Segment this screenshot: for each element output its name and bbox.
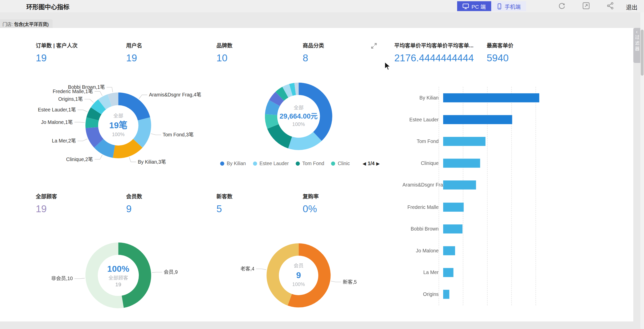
mobile-view-button[interactable]: 手机端 [491, 1, 526, 11]
donut-chart-new-old: 新客,5老客,4 [226, 224, 373, 327]
pc-view-button[interactable]: PC 端 [457, 1, 491, 11]
expand-icon [370, 42, 377, 49]
top-bar: 环形图中心指标 PC 端 手机端 [0, 0, 644, 12]
label-line [129, 157, 136, 162]
slice-callout-label: 非会员,10 [51, 276, 73, 281]
kpi-label: 新客数 [216, 192, 232, 200]
slice-非会员[interactable] [85, 242, 124, 308]
kpi-value: 19 [36, 52, 78, 64]
scrollbar-thumb[interactable] [641, 30, 643, 76]
dashboard: 环形图中心指标 PC 端 手机端 [0, 0, 644, 329]
kpi-label: 订单数 | 客户人次 [36, 41, 78, 49]
bar-category-label: Tom Fond [402, 138, 443, 144]
view-toggle: PC 端 手机端 [457, 1, 526, 11]
bar-Tom Fond[interactable] [443, 137, 486, 146]
bar-By Kilian[interactable] [443, 93, 539, 102]
filter-chip[interactable]: 门店: 包含(太平洋百货) [0, 19, 53, 29]
pc-view-label: PC 端 [472, 2, 486, 10]
bar-Aramis&Dsgnr Frag[interactable] [443, 181, 476, 190]
fullscreen-button[interactable] [582, 2, 590, 11]
slice-会员[interactable] [118, 242, 151, 308]
legend-dot [220, 162, 224, 166]
kpi-label: 品牌数 [216, 41, 232, 49]
bar-category-label: Bobbi Brown [402, 226, 443, 232]
label-line [74, 278, 85, 279]
bar-track [443, 203, 550, 212]
bar-La Mer[interactable] [443, 268, 453, 277]
legend-item[interactable]: By Kilian [220, 161, 246, 167]
bar-chart-brands: By KilianEstee LauderTom FondCliniqueAra… [402, 87, 550, 305]
widget-expand-button[interactable] [370, 42, 377, 50]
legend-item[interactable]: Tom Fond [296, 161, 324, 167]
legend-page: 1/4 [368, 161, 375, 167]
bar-row: Clinique [402, 152, 550, 174]
label-line [107, 87, 113, 92]
bar-Jo Malone[interactable] [443, 246, 455, 255]
legend-dot [331, 162, 335, 166]
filter-panel-tab[interactable]: ‹ 过滤器 [633, 28, 640, 63]
legend-next-icon[interactable]: ▶ [375, 161, 381, 166]
legend-item[interactable]: Clinic [331, 161, 350, 167]
kpi-label: 全部顾客 [36, 192, 57, 200]
label-line [152, 272, 162, 273]
bar-Estee Lauder[interactable] [443, 115, 512, 124]
bar-Origins[interactable] [443, 290, 449, 299]
label-line [84, 99, 93, 103]
refresh-button[interactable] [558, 2, 566, 11]
bar-row: Aramis&Dsgnr Frag [402, 174, 550, 196]
legend-prev-icon[interactable]: ◀ [361, 161, 368, 166]
kpi-value: 0% [303, 203, 319, 214]
kpi-value: 19 [126, 52, 142, 64]
share-icon [606, 2, 614, 10]
vertical-scrollbar [640, 12, 644, 329]
bar-track [443, 137, 550, 146]
kpi-value: 8 [303, 52, 324, 64]
bar-category-label: By Kilian [402, 95, 443, 101]
label-line [78, 139, 87, 141]
kpi-categories: 商品分类 8 [303, 41, 324, 64]
filter-condition: 包含(太平洋百货) [14, 22, 49, 27]
filter-panel-tab-label: 过滤器 [634, 35, 640, 52]
kpi-orders: 订单数 | 客户人次 19 [36, 41, 78, 64]
kpi-label: 复购率 [303, 192, 319, 200]
filter-field: 门店: [3, 22, 13, 27]
slice-By Kilian[interactable] [298, 83, 332, 141]
slice-callout-label: Origins,1笔 [58, 96, 83, 102]
phone-icon [497, 3, 502, 9]
kpi-repurchase-rate: 复购率 0% [303, 192, 319, 214]
bar-track [443, 268, 550, 277]
page-title: 环形图中心指标 [26, 2, 69, 11]
legend-label: Estee Lauder [259, 161, 289, 167]
bar-Clinique[interactable] [443, 159, 480, 168]
bar-category-label: La Mer [402, 270, 443, 276]
dashboard-canvas: 订单数 | 客户人次 19 用户名 19 品牌数 10 商品分类 8 平均客单价… [0, 28, 633, 321]
share-button[interactable] [606, 2, 614, 11]
mobile-view-label: 手机端 [505, 2, 521, 10]
exit-button[interactable]: 退出 [623, 3, 640, 12]
slice-Tom Fond[interactable] [267, 124, 292, 148]
bar-Frederic Malle[interactable] [443, 203, 464, 212]
kpi-label: 最高客单价 [487, 41, 513, 49]
slice-callout-label: By Kilian,3笔 [138, 159, 166, 165]
kpi-all-customers: 全部顾客 19 [36, 192, 57, 214]
kpi-label: 平均客单价平均客单价平均客单... [394, 41, 474, 49]
bar-category-label: Frederic Malle [402, 204, 443, 210]
label-line [95, 155, 102, 159]
kpi-members: 会员数 9 [126, 192, 142, 214]
label-line [256, 269, 266, 269]
bar-row: Tom Fond [402, 131, 550, 152]
kpi-value: 9 [126, 203, 142, 214]
refresh-icon [558, 2, 566, 10]
kpi-brands: 品牌数 10 [216, 41, 232, 64]
legend-item[interactable]: Estee Lauder [253, 161, 289, 167]
monitor-icon [462, 3, 469, 9]
bar-row: La Mer [402, 262, 550, 283]
slice-callout-label: Aramis&Dsgnr Frag,4笔 [149, 92, 201, 97]
kpi-value: 10 [216, 52, 232, 64]
kpi-label: 会员数 [126, 192, 142, 200]
bar-Bobbi Brown[interactable] [443, 224, 462, 234]
chart-legend: By Kilian Estee Lauder Tom Fond Clinic ◀… [220, 161, 381, 167]
slice-Aramis&Dsgnr Frag[interactable] [118, 92, 150, 120]
kpi-users: 用户名 19 [126, 41, 142, 64]
kpi-value: 5 [216, 203, 232, 214]
